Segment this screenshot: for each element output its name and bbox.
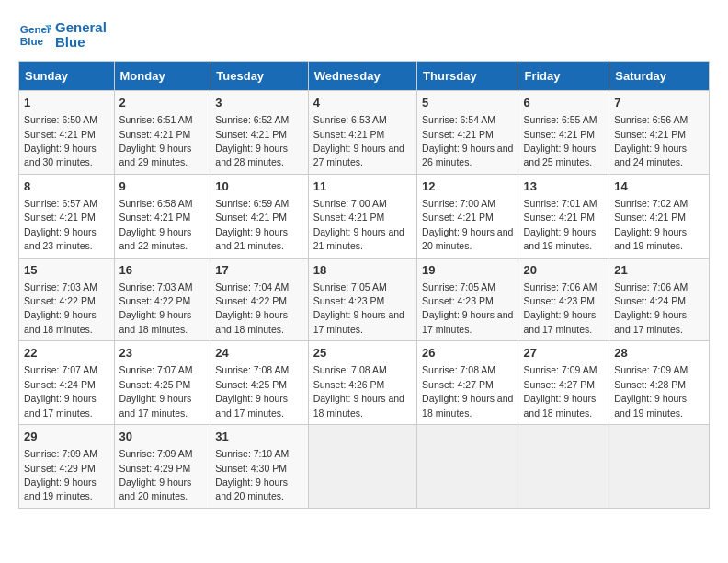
daylight-info: Daylight: 9 hours and 17 minutes. <box>422 309 513 334</box>
daylight-info: Daylight: 9 hours and 17 minutes. <box>215 393 288 418</box>
sunset-info: Sunset: 4:21 PM <box>24 129 96 140</box>
daylight-info: Daylight: 9 hours and 29 minutes. <box>119 143 192 167</box>
daylight-info: Daylight: 9 hours and 24 minutes. <box>614 143 687 167</box>
day-number: 1 <box>24 95 109 111</box>
calendar-cell-day-4: 4Sunrise: 6:53 AMSunset: 4:21 PMDaylight… <box>308 91 416 175</box>
sunset-info: Sunset: 4:30 PM <box>215 463 287 474</box>
sunset-info: Sunset: 4:21 PM <box>119 212 191 223</box>
daylight-info: Daylight: 9 hours and 17 minutes. <box>119 393 192 418</box>
calendar-cell-day-27: 27Sunrise: 7:09 AMSunset: 4:27 PMDayligh… <box>518 341 609 425</box>
sunrise-info: Sunrise: 7:06 AM <box>523 282 597 293</box>
calendar-cell-day-5: 5Sunrise: 6:54 AMSunset: 4:21 PMDaylight… <box>417 91 518 175</box>
calendar-cell-day-25: 25Sunrise: 7:08 AMSunset: 4:26 PMDayligh… <box>308 341 416 425</box>
sunrise-info: Sunrise: 7:06 AM <box>614 282 688 293</box>
day-number: 31 <box>215 429 302 445</box>
sunset-info: Sunset: 4:21 PM <box>119 129 191 140</box>
calendar-cell-day-15: 15Sunrise: 7:03 AMSunset: 4:22 PMDayligh… <box>19 258 115 341</box>
calendar-cell-day-1: 1Sunrise: 6:50 AMSunset: 4:21 PMDaylight… <box>19 91 115 175</box>
calendar-cell-day-14: 14Sunrise: 7:02 AMSunset: 4:21 PMDayligh… <box>609 174 710 258</box>
calendar-table: SundayMondayTuesdayWednesdayThursdayFrid… <box>18 61 710 509</box>
sunset-info: Sunset: 4:21 PM <box>215 129 287 140</box>
col-header-wednesday: Wednesday <box>308 62 416 91</box>
day-number: 27 <box>523 345 604 362</box>
col-header-sunday: Sunday <box>19 62 115 91</box>
calendar-cell-day-6: 6Sunrise: 6:55 AMSunset: 4:21 PMDaylight… <box>518 91 609 175</box>
sunrise-info: Sunrise: 7:10 AM <box>215 448 289 459</box>
sunset-info: Sunset: 4:23 PM <box>313 295 385 306</box>
day-number: 8 <box>24 178 109 195</box>
sunset-info: Sunset: 4:21 PM <box>313 129 385 140</box>
day-number: 3 <box>215 95 302 111</box>
day-number: 5 <box>422 95 513 111</box>
col-header-friday: Friday <box>518 62 609 91</box>
day-number: 6 <box>523 95 604 111</box>
sunset-info: Sunset: 4:21 PM <box>215 212 287 223</box>
sunset-info: Sunset: 4:29 PM <box>24 463 96 474</box>
day-number: 21 <box>614 262 704 279</box>
daylight-info: Daylight: 9 hours and 17 minutes. <box>24 393 97 418</box>
calendar-cell-day-28: 28Sunrise: 7:09 AMSunset: 4:28 PMDayligh… <box>609 341 710 425</box>
sunrise-info: Sunrise: 6:54 AM <box>422 114 495 125</box>
sunset-info: Sunset: 4:23 PM <box>422 295 494 306</box>
day-number: 7 <box>614 95 704 111</box>
day-number: 13 <box>523 178 604 195</box>
sunset-info: Sunset: 4:21 PM <box>24 212 96 223</box>
sunset-info: Sunset: 4:26 PM <box>313 379 385 390</box>
day-number: 30 <box>119 429 206 445</box>
day-number: 26 <box>422 345 513 362</box>
sunset-info: Sunset: 4:21 PM <box>422 129 494 140</box>
daylight-info: Daylight: 9 hours and 26 minutes. <box>422 143 513 167</box>
sunset-info: Sunset: 4:25 PM <box>215 379 287 390</box>
calendar-row: 8Sunrise: 6:57 AMSunset: 4:21 PMDaylight… <box>19 174 710 258</box>
day-number: 20 <box>523 262 604 279</box>
sunrise-info: Sunrise: 6:57 AM <box>24 198 97 209</box>
daylight-info: Daylight: 9 hours and 20 minutes. <box>119 477 192 501</box>
daylight-info: Daylight: 9 hours and 18 minutes. <box>313 393 404 418</box>
sunrise-info: Sunrise: 7:01 AM <box>523 198 597 209</box>
calendar-cell-empty <box>308 425 416 509</box>
calendar-cell-day-2: 2Sunrise: 6:51 AMSunset: 4:21 PMDaylight… <box>114 91 210 175</box>
calendar-cell-day-10: 10Sunrise: 6:59 AMSunset: 4:21 PMDayligh… <box>210 174 308 258</box>
day-number: 16 <box>119 262 206 279</box>
daylight-info: Daylight: 9 hours and 17 minutes. <box>614 309 687 334</box>
day-number: 12 <box>422 178 513 195</box>
day-number: 11 <box>313 178 412 195</box>
sunrise-info: Sunrise: 7:08 AM <box>215 364 289 375</box>
calendar-cell-day-7: 7Sunrise: 6:56 AMSunset: 4:21 PMDaylight… <box>609 91 710 175</box>
calendar-cell-empty <box>518 425 609 509</box>
sunrise-info: Sunrise: 7:07 AM <box>119 364 193 375</box>
col-header-tuesday: Tuesday <box>210 62 308 91</box>
daylight-info: Daylight: 9 hours and 22 minutes. <box>119 226 192 251</box>
calendar-cell-empty <box>609 425 710 509</box>
sunrise-info: Sunrise: 6:56 AM <box>614 114 688 125</box>
sunset-info: Sunset: 4:24 PM <box>24 379 96 390</box>
day-number: 15 <box>24 262 109 279</box>
logo-icon: General Blue <box>18 18 51 52</box>
sunrise-info: Sunrise: 7:02 AM <box>614 198 688 209</box>
page-header: General Blue General Blue <box>18 18 710 52</box>
calendar-cell-day-21: 21Sunrise: 7:06 AMSunset: 4:24 PMDayligh… <box>609 258 710 341</box>
daylight-info: Daylight: 9 hours and 17 minutes. <box>523 309 596 334</box>
svg-text:General: General <box>20 23 51 35</box>
daylight-info: Daylight: 9 hours and 27 minutes. <box>313 143 404 167</box>
daylight-info: Daylight: 9 hours and 21 minutes. <box>215 226 288 251</box>
calendar-cell-day-26: 26Sunrise: 7:08 AMSunset: 4:27 PMDayligh… <box>417 341 518 425</box>
sunrise-info: Sunrise: 7:08 AM <box>313 364 387 375</box>
day-number: 4 <box>313 95 412 111</box>
sunset-info: Sunset: 4:24 PM <box>614 295 686 306</box>
day-number: 18 <box>313 262 412 279</box>
calendar-cell-day-17: 17Sunrise: 7:04 AMSunset: 4:22 PMDayligh… <box>210 258 308 341</box>
calendar-cell-day-23: 23Sunrise: 7:07 AMSunset: 4:25 PMDayligh… <box>114 341 210 425</box>
svg-text:Blue: Blue <box>20 35 44 47</box>
calendar-cell-day-12: 12Sunrise: 7:00 AMSunset: 4:21 PMDayligh… <box>417 174 518 258</box>
calendar-cell-day-22: 22Sunrise: 7:07 AMSunset: 4:24 PMDayligh… <box>19 341 115 425</box>
sunset-info: Sunset: 4:23 PM <box>523 295 595 306</box>
logo-general: General <box>55 20 107 36</box>
sunrise-info: Sunrise: 6:50 AM <box>24 114 97 125</box>
daylight-info: Daylight: 9 hours and 19 minutes. <box>24 477 97 501</box>
sunset-info: Sunset: 4:22 PM <box>24 295 96 306</box>
daylight-info: Daylight: 9 hours and 19 minutes. <box>614 393 687 418</box>
sunset-info: Sunset: 4:21 PM <box>422 212 494 223</box>
col-header-thursday: Thursday <box>417 62 518 91</box>
daylight-info: Daylight: 9 hours and 19 minutes. <box>614 226 687 251</box>
